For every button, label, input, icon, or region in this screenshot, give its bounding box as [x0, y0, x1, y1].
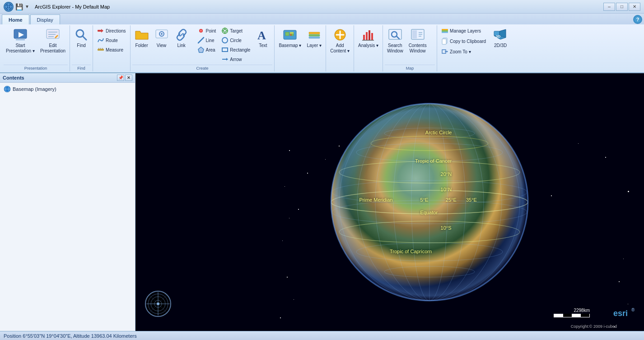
rectangle-button[interactable]: Rectangle: [219, 45, 252, 54]
tab-display[interactable]: Display: [30, 14, 60, 24]
edit-presentation-label: EditPresentation: [40, 43, 65, 54]
circle-button[interactable]: Circle: [219, 36, 252, 45]
line-icon: [197, 37, 205, 44]
analysis-items: Analysis ▾: [356, 26, 381, 70]
ribbon-toolbar: StartPresentation ▾ EditPresentation: [0, 24, 644, 72]
copyright: Copyright:© 2009 i-cubed: [571, 324, 617, 329]
find-icon: [74, 28, 89, 42]
label-tropic-capricorn: Tropic of Capricorn: [390, 249, 432, 254]
copy-clipboard-button[interactable]: Copy to Clipboard: [439, 37, 488, 46]
layer-item-basemap[interactable]: Basemap (Imagery): [2, 85, 133, 94]
route-button[interactable]: Route: [95, 36, 128, 45]
add-content-icon: [333, 28, 347, 42]
svg-rect-50: [363, 35, 365, 40]
app-logo: [4, 2, 14, 12]
zoom-to-icon: [441, 48, 448, 55]
add-content-group-label: [328, 70, 352, 71]
star: [388, 155, 389, 156]
directions-col: Directions Route: [95, 26, 128, 54]
star: [619, 281, 620, 282]
analysis-group-label: [356, 70, 381, 71]
group-map: SearchWindow ContentsWindow: [383, 25, 437, 71]
view-button[interactable]: View: [152, 26, 171, 50]
scale-seg-1: [554, 314, 563, 317]
restore-button[interactable]: □: [616, 3, 628, 11]
layer-button[interactable]: Layer ▾: [304, 26, 324, 50]
area-button[interactable]: Area: [195, 45, 219, 54]
point-button[interactable]: Point: [195, 26, 219, 35]
search-window-button[interactable]: SearchWindow: [385, 26, 406, 55]
svg-rect-63: [442, 32, 448, 33]
contents-window-button[interactable]: ContentsWindow: [406, 26, 429, 55]
line-button[interactable]: Line: [195, 36, 219, 45]
label-equator: Equator: [420, 210, 438, 215]
layer-item-icon: [4, 85, 11, 93]
ribbon-help-button[interactable]: ?: [633, 15, 642, 24]
svg-marker-15: [101, 29, 103, 33]
start-presentation-icon: [13, 28, 28, 42]
directions-button[interactable]: Directions: [95, 26, 128, 35]
tools-group-label: [439, 70, 512, 71]
edit-presentation-button[interactable]: EditPresentation: [38, 26, 68, 55]
svg-rect-42: [290, 34, 292, 36]
manage-layers-button[interactable]: Manage Layers: [439, 26, 488, 35]
link-label: Link: [177, 43, 185, 48]
start-presentation-label: StartPresentation ▾: [6, 43, 35, 54]
add-content-label: AddContent ▾: [330, 43, 350, 54]
scale-seg-2: [563, 314, 572, 317]
ribbon: Home Display ? StartPresentation ▾: [0, 14, 644, 73]
svg-rect-44: [309, 37, 320, 38]
rectangle-icon: [221, 46, 229, 53]
svg-rect-46: [309, 32, 320, 34]
folder-button[interactable]: Folder: [132, 26, 151, 50]
2d3d-button[interactable]: 3D 2D/3D: [489, 26, 512, 50]
minimize-button[interactable]: –: [603, 3, 615, 11]
arrow-button[interactable]: Arrow: [219, 55, 252, 64]
route-icon: [97, 37, 104, 44]
add-content-button[interactable]: AddContent ▾: [328, 26, 352, 55]
start-presentation-button[interactable]: StartPresentation ▾: [4, 26, 37, 55]
svg-line-26: [198, 38, 204, 43]
group-basemap: Basemap ▾ Layer ▾: [275, 25, 326, 71]
titlebar: 💾 ▼ ArcGIS Explorer - My Default Map – □…: [0, 0, 644, 14]
link-button[interactable]: Link: [172, 26, 191, 50]
find-button[interactable]: Find: [72, 26, 91, 50]
scale-bar: 2298km: [554, 308, 590, 317]
basemap-button[interactable]: Basemap ▾: [276, 26, 303, 50]
svg-text:®: ®: [631, 307, 635, 312]
contents-window-icon: [411, 28, 425, 42]
text-button[interactable]: A Text: [253, 26, 272, 50]
sidebar-layer-list: Basemap (Imagery): [0, 83, 135, 331]
star: [623, 259, 624, 259]
quick-access-save[interactable]: 💾: [15, 3, 23, 10]
label-35e: 35°E: [466, 197, 477, 203]
analysis-button[interactable]: Analysis ▾: [356, 26, 381, 50]
esri-logo: esri ®: [612, 306, 639, 322]
link-icon: [174, 28, 189, 42]
target-button[interactable]: Target: [219, 26, 252, 35]
tab-home[interactable]: Home: [2, 14, 29, 24]
2d3d-label: 2D/3D: [494, 43, 507, 48]
svg-rect-35: [222, 48, 228, 52]
svg-point-109: [157, 302, 159, 305]
star: [289, 150, 290, 151]
basemap-items: Basemap ▾ Layer ▾: [276, 26, 324, 70]
find-label: Find: [77, 43, 85, 48]
star: [282, 241, 283, 241]
contents-window-label: ContentsWindow: [409, 43, 427, 54]
measure-button[interactable]: Measure: [95, 45, 128, 54]
close-button[interactable]: ✕: [629, 3, 640, 11]
group-add-content: AddContent ▾: [326, 25, 354, 71]
target-label: Target: [230, 28, 243, 33]
star: [497, 164, 498, 165]
map-view[interactable]: Arctic Circle Tropic of Cancer 20°N 10°N…: [135, 73, 644, 331]
sidebar-pin-button[interactable]: 📌: [117, 75, 124, 81]
svg-marker-70: [447, 51, 448, 52]
star: [280, 317, 281, 318]
svg-rect-41: [290, 32, 294, 34]
zoom-to-button[interactable]: Zoom To ▾: [439, 47, 488, 56]
compass: [145, 290, 172, 317]
sidebar-close-button[interactable]: ✕: [125, 75, 132, 81]
circle-label: Circle: [230, 38, 242, 43]
quick-access-arrow[interactable]: ▼: [25, 4, 29, 9]
